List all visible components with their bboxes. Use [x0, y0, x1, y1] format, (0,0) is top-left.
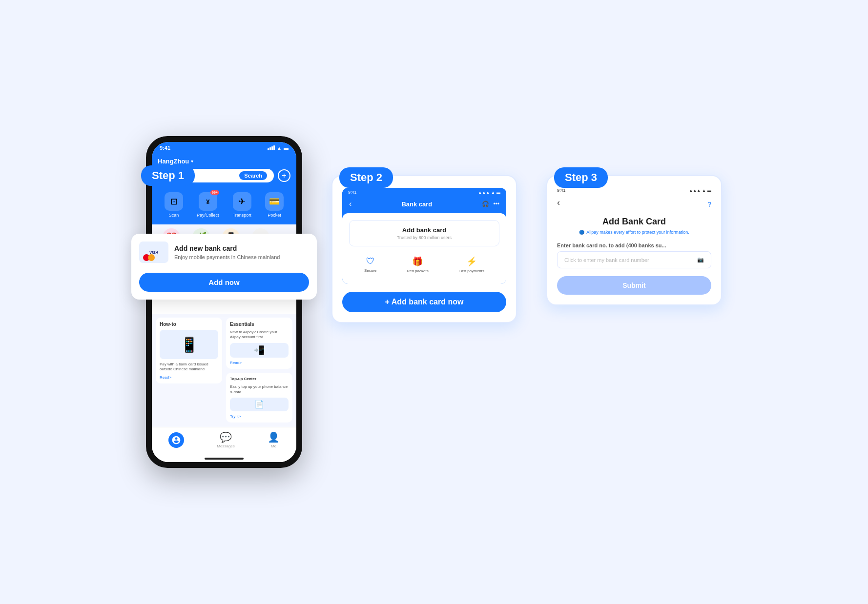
- transport-label: Transport: [233, 213, 251, 218]
- pay-collect-icon-item[interactable]: ¥ 99+ Pay/Collect: [197, 192, 219, 218]
- bank-card-subtitle: Enjoy mobile payments in Chinese mainlan…: [174, 254, 280, 260]
- essentials2-title: Top-up Center: [230, 377, 289, 382]
- step3-submit-button[interactable]: Submit: [557, 276, 711, 295]
- step3-card-number-input[interactable]: Click to enter my bank card number 📷: [557, 251, 711, 268]
- phone-add-button[interactable]: +: [278, 169, 290, 182]
- bank-card-overlay: VISA Add new bank card Enjoy mobile paym…: [131, 234, 317, 300]
- step3-wrapper: Step 3 9:41 ▲▲▲ ▲ ▬ ‹ ? Add Bank Card 🔵 …: [546, 175, 722, 305]
- bank-card-title: Add new bank card: [174, 244, 280, 252]
- essentials2-text: Easily top up your phone balance & data: [230, 384, 289, 395]
- phone-location-row: HangZhou ▾: [158, 158, 290, 165]
- phone-how-to-section: How-to 📱 Pay with a bank card issued out…: [156, 318, 222, 383]
- step3-badge: Step 3: [554, 167, 608, 188]
- step3-help-icon[interactable]: ?: [707, 201, 711, 208]
- phone-essentials-section: Essentials New to Alipay? Create your Al…: [226, 318, 292, 369]
- pay-collect-icon: ¥ 99+: [199, 192, 217, 211]
- protect-label: Alipay makes every effort to protect you…: [586, 230, 689, 235]
- step2-wrapper: Step 2 9:41 ▲▲▲ ▲ ▬ ‹ Bank card 🎧: [331, 175, 517, 323]
- phone-frame: 9:41 ▲ ▬ HangZhou: [146, 136, 302, 468]
- transport-icon-item[interactable]: ✈ Transport: [233, 192, 251, 218]
- step2-phone-header: ‹ Bank card 🎧 •••: [342, 197, 506, 213]
- step3-card: 9:41 ▲▲▲ ▲ ▬ ‹ ? Add Bank Card 🔵 Alipay …: [546, 175, 722, 305]
- step2-header-actions: 🎧 •••: [482, 201, 499, 207]
- step2-header-title: Bank card: [401, 201, 432, 208]
- step2-fast-payments-feature: ⚡ Fast payments: [459, 256, 484, 273]
- step2-secure-feature: 🛡 Secure: [364, 256, 376, 273]
- pocket-icon-item[interactable]: 💳 Pocket: [265, 192, 284, 218]
- nav-messages[interactable]: 💬 Messages: [217, 431, 234, 448]
- step3-phone-time: 9:41: [557, 188, 566, 193]
- add-now-button[interactable]: Add now: [139, 273, 309, 292]
- phone-right-col: Essentials New to Alipay? Create your Al…: [226, 318, 292, 423]
- phone-left-col: How-to 📱 Pay with a bank card issued out…: [156, 318, 222, 423]
- bar2: [269, 147, 271, 150]
- phone-icons-row: ⊡ Scan ¥ 99+ Pay/Collect ✈ Transport: [152, 188, 296, 224]
- how-to-text: Pay with a bank card issued outside Chin…: [160, 362, 218, 372]
- red-packets-label: Red packets: [407, 269, 428, 273]
- step2-headset-icon[interactable]: 🎧: [482, 201, 489, 207]
- step2-add-card-sub: Trusted by 800 million users: [355, 235, 493, 240]
- how-to-image: 📱: [160, 330, 218, 359]
- step2-phone-mini: 9:41 ▲▲▲ ▲ ▬ ‹ Bank card 🎧 •••: [342, 188, 506, 284]
- transport-icon: ✈: [233, 192, 251, 211]
- essentials2-try[interactable]: Try it>: [230, 414, 289, 419]
- pocket-label: Pocket: [268, 213, 281, 218]
- step3-back-button[interactable]: ‹: [557, 198, 560, 208]
- step2-card: 9:41 ▲▲▲ ▲ ▬ ‹ Bank card 🎧 •••: [331, 175, 517, 323]
- search-button[interactable]: Search: [239, 171, 267, 180]
- messages-icon: 💬: [220, 431, 232, 443]
- phone-status-bar: 9:41 ▲ ▬: [152, 142, 296, 154]
- fast-payments-icon: ⚡: [466, 256, 477, 267]
- step3-input-placeholder: Click to enter my bank card number: [564, 257, 649, 263]
- main-container: Step 1 9:41 ▲ ▬: [117, 107, 751, 497]
- essentials-text: New to Alipay? Create your Alipay accoun…: [230, 330, 289, 340]
- bar1: [268, 148, 269, 150]
- step2-add-card-title: Add bank card: [355, 226, 493, 234]
- scan-label: Scan: [169, 213, 179, 218]
- mastercard-dot2: [148, 254, 155, 261]
- nav-me[interactable]: 👤 Me: [268, 431, 280, 448]
- phone-bottom-nav: 💬 Messages 👤 Me: [152, 427, 296, 455]
- step2-more-icon[interactable]: •••: [493, 201, 499, 207]
- how-to-read-more[interactable]: Read>: [160, 375, 218, 380]
- home-bar: [205, 458, 244, 460]
- step3-input-label: Enter bank card no. to add (400 banks su…: [557, 242, 711, 248]
- me-icon: 👤: [268, 431, 280, 443]
- step3-phone-status: 9:41 ▲▲▲ ▲ ▬: [557, 188, 711, 193]
- essentials-read-more[interactable]: Read>: [230, 361, 289, 365]
- messages-label: Messages: [217, 444, 234, 448]
- pocket-icon: 💳: [265, 192, 284, 211]
- step2-phone-status: 9:41 ▲▲▲ ▲ ▬: [342, 188, 506, 197]
- scan-icon-item[interactable]: ⊡ Scan: [165, 192, 183, 218]
- essentials-title: Essentials: [230, 322, 289, 327]
- phone-time: 9:41: [160, 145, 170, 151]
- how-to-title: How-to: [160, 322, 218, 327]
- nav-home[interactable]: [168, 432, 184, 448]
- essentials2-image: 📄: [230, 398, 289, 411]
- step2-phone-time: 9:41: [348, 190, 357, 195]
- shield-small-icon: 🔵: [579, 230, 584, 235]
- step2-back-icon[interactable]: ‹: [349, 200, 351, 208]
- step1-wrapper: Step 1 9:41 ▲ ▬: [146, 136, 302, 468]
- alipay-home-icon: [168, 432, 184, 448]
- bar3: [271, 146, 273, 150]
- bank-card-icon-area: VISA: [139, 242, 168, 263]
- phone-home-indicator: [152, 455, 296, 462]
- scan-icon: ⊡: [165, 192, 183, 211]
- fast-payments-label: Fast payments: [459, 269, 484, 273]
- essentials-image: 📲: [230, 343, 289, 358]
- red-packets-icon: 🎁: [412, 256, 423, 267]
- phone-inner: 9:41 ▲ ▬ HangZhou: [152, 142, 296, 462]
- camera-icon[interactable]: 📷: [697, 257, 704, 263]
- bar4: [273, 145, 275, 150]
- wifi-icon: ▲: [277, 145, 282, 151]
- secure-icon: 🛡: [366, 256, 375, 266]
- step3-nav-row: ‹ ?: [557, 198, 711, 211]
- phone-location: HangZhou: [158, 158, 189, 165]
- step3-page-title: Add Bank Card: [557, 217, 711, 227]
- location-chevron: ▾: [191, 159, 193, 164]
- battery-icon: ▬: [284, 145, 289, 151]
- step3-protect-text: 🔵 Alipay makes every effort to protect y…: [557, 230, 711, 235]
- step2-add-bank-card-button[interactable]: + Add bank card now: [342, 292, 506, 312]
- phone-bottom-content: How-to 📱 Pay with a bank card issued out…: [152, 314, 296, 427]
